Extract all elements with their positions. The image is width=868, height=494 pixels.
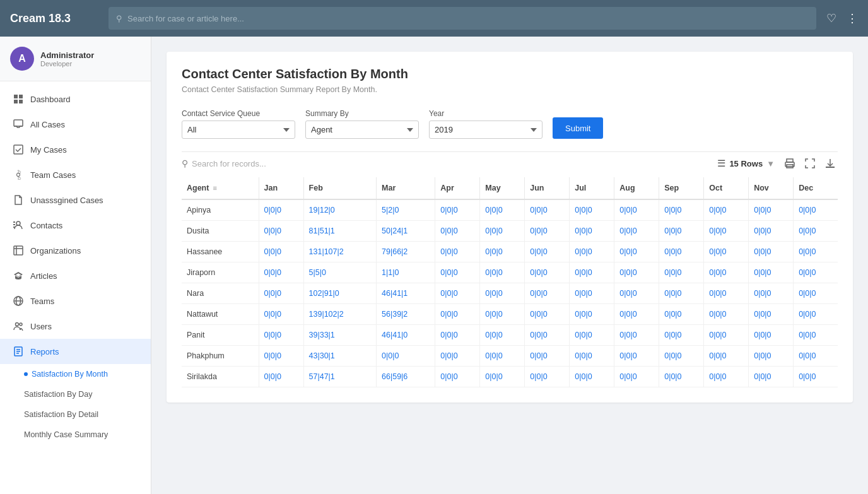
sidebar-item-my-cases[interactable]: My Cases — [0, 137, 151, 162]
mar-cell[interactable]: 1|1|0 — [377, 262, 435, 283]
dec-cell[interactable]: 0|0|0 — [794, 346, 838, 367]
apr-cell[interactable]: 0|0|0 — [435, 304, 480, 325]
may-cell[interactable]: 0|0|0 — [480, 262, 525, 283]
oct-cell[interactable]: 0|0|0 — [704, 242, 749, 262]
filter-select-year[interactable]: 2019 — [429, 121, 542, 139]
global-search-input[interactable] — [127, 14, 809, 23]
apr-cell[interactable]: 0|0|0 — [435, 325, 480, 346]
sidebar-item-team-cases[interactable]: Team Cases — [0, 162, 151, 187]
print-button[interactable] — [782, 157, 797, 170]
nov-cell[interactable]: 0|0|0 — [749, 242, 794, 262]
nov-cell[interactable]: 0|0|0 — [749, 221, 794, 242]
jun-cell[interactable]: 0|0|0 — [525, 346, 570, 367]
sidebar-item-users[interactable]: Users — [0, 314, 151, 339]
feb-cell[interactable]: 43|30|1 — [303, 346, 377, 367]
aug-cell[interactable]: 0|0|0 — [614, 199, 659, 221]
mar-cell[interactable]: 66|59|6 — [377, 367, 435, 387]
sep-cell[interactable]: 0|0|0 — [659, 367, 704, 387]
jul-cell[interactable]: 0|0|0 — [570, 262, 614, 283]
jun-cell[interactable]: 0|0|0 — [525, 304, 570, 325]
mar-cell[interactable]: 46|41|1 — [377, 283, 435, 304]
jun-cell[interactable]: 0|0|0 — [525, 242, 570, 262]
sidebar-item-articles[interactable]: Articles — [0, 263, 151, 288]
apr-cell[interactable]: 0|0|0 — [435, 346, 480, 367]
oct-cell[interactable]: 0|0|0 — [704, 262, 749, 283]
sep-cell[interactable]: 0|0|0 — [659, 325, 704, 346]
sidebar-item-all-cases[interactable]: All Cases — [0, 112, 151, 137]
sidebar-item-organizations[interactable]: Organizations — [0, 238, 151, 263]
nov-cell[interactable]: 0|0|0 — [749, 367, 794, 387]
oct-cell[interactable]: 0|0|0 — [704, 346, 749, 367]
oct-cell[interactable]: 0|0|0 — [704, 367, 749, 387]
oct-cell[interactable]: 0|0|0 — [704, 325, 749, 346]
nov-cell[interactable]: 0|0|0 — [749, 325, 794, 346]
aug-cell[interactable]: 0|0|0 — [614, 262, 659, 283]
may-cell[interactable]: 0|0|0 — [480, 283, 525, 304]
jan-cell[interactable]: 0|0|0 — [259, 221, 303, 242]
feb-cell[interactable]: 131|107|2 — [303, 242, 377, 262]
sidebar-item-dashboard[interactable]: Dashboard — [0, 86, 151, 112]
jul-cell[interactable]: 0|0|0 — [570, 242, 614, 262]
jan-cell[interactable]: 0|0|0 — [259, 304, 303, 325]
may-cell[interactable]: 0|0|0 — [480, 346, 525, 367]
jun-cell[interactable]: 0|0|0 — [525, 283, 570, 304]
feb-cell[interactable]: 57|47|1 — [303, 367, 377, 387]
apr-cell[interactable]: 0|0|0 — [435, 367, 480, 387]
jul-cell[interactable]: 0|0|0 — [570, 283, 614, 304]
aug-cell[interactable]: 0|0|0 — [614, 346, 659, 367]
jan-cell[interactable]: 0|0|0 — [259, 199, 303, 221]
mar-cell[interactable]: 50|24|1 — [377, 221, 435, 242]
filter-select-queue[interactable]: All — [182, 121, 295, 139]
may-cell[interactable]: 0|0|0 — [480, 325, 525, 346]
oct-cell[interactable]: 0|0|0 — [704, 304, 749, 325]
sort-icon[interactable]: ≡ — [213, 184, 216, 192]
dec-cell[interactable]: 0|0|0 — [794, 367, 838, 387]
feb-cell[interactable]: 139|102|2 — [303, 304, 377, 325]
dec-cell[interactable]: 0|0|0 — [794, 325, 838, 346]
jan-cell[interactable]: 0|0|0 — [259, 367, 303, 387]
nov-cell[interactable]: 0|0|0 — [749, 283, 794, 304]
may-cell[interactable]: 0|0|0 — [480, 221, 525, 242]
table-search-input[interactable] — [192, 159, 318, 168]
aug-cell[interactable]: 0|0|0 — [614, 304, 659, 325]
may-cell[interactable]: 0|0|0 — [480, 242, 525, 262]
apr-cell[interactable]: 0|0|0 — [435, 262, 480, 283]
sep-cell[interactable]: 0|0|0 — [659, 221, 704, 242]
jun-cell[interactable]: 0|0|0 — [525, 262, 570, 283]
nov-cell[interactable]: 0|0|0 — [749, 199, 794, 221]
jul-cell[interactable]: 0|0|0 — [570, 367, 614, 387]
nov-cell[interactable]: 0|0|0 — [749, 262, 794, 283]
nov-cell[interactable]: 0|0|0 — [749, 346, 794, 367]
mar-cell[interactable]: 46|41|0 — [377, 325, 435, 346]
oct-cell[interactable]: 0|0|0 — [704, 199, 749, 221]
dec-cell[interactable]: 0|0|0 — [794, 242, 838, 262]
may-cell[interactable]: 0|0|0 — [480, 304, 525, 325]
dec-cell[interactable]: 0|0|0 — [794, 262, 838, 283]
mar-cell[interactable]: 5|2|0 — [377, 199, 435, 221]
jun-cell[interactable]: 0|0|0 — [525, 325, 570, 346]
mar-cell[interactable]: 0|0|0 — [377, 346, 435, 367]
jul-cell[interactable]: 0|0|0 — [570, 221, 614, 242]
sidebar-sub-item-satisfaction-by-day[interactable]: Satisfaction By Day — [0, 384, 151, 404]
jan-cell[interactable]: 0|0|0 — [259, 262, 303, 283]
jul-cell[interactable]: 0|0|0 — [570, 346, 614, 367]
nov-cell[interactable]: 0|0|0 — [749, 304, 794, 325]
sidebar-sub-item-monthly-case-summary[interactable]: Monthly Case Summary — [0, 425, 151, 445]
rows-dropdown-icon[interactable]: ▼ — [766, 159, 775, 168]
feb-cell[interactable]: 39|33|1 — [303, 325, 377, 346]
fullscreen-button[interactable] — [802, 157, 818, 170]
jun-cell[interactable]: 0|0|0 — [525, 367, 570, 387]
submit-button[interactable]: Submit — [553, 117, 603, 139]
oct-cell[interactable]: 0|0|0 — [704, 221, 749, 242]
dec-cell[interactable]: 0|0|0 — [794, 221, 838, 242]
sep-cell[interactable]: 0|0|0 — [659, 283, 704, 304]
feb-cell[interactable]: 5|5|0 — [303, 262, 377, 283]
feb-cell[interactable]: 19|12|0 — [303, 199, 377, 221]
may-cell[interactable]: 0|0|0 — [480, 367, 525, 387]
sidebar-item-reports[interactable]: Reports — [0, 339, 151, 364]
sep-cell[interactable]: 0|0|0 — [659, 242, 704, 262]
jun-cell[interactable]: 0|0|0 — [525, 221, 570, 242]
sidebar-item-contacts[interactable]: Contacts — [0, 213, 151, 238]
notification-icon[interactable]: ♡ — [826, 11, 836, 25]
sidebar-sub-item-satisfaction-by-detail[interactable]: Satisfaction By Detail — [0, 404, 151, 425]
